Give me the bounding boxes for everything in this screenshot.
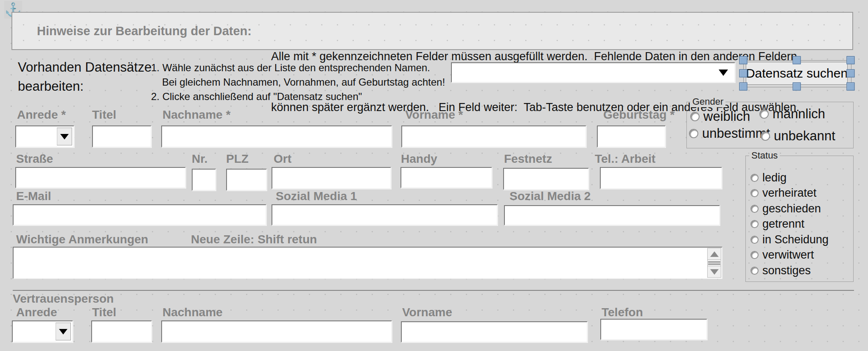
triangle-up-icon xyxy=(710,251,719,257)
selection-handle[interactable] xyxy=(847,70,855,78)
selection-handle[interactable] xyxy=(739,83,748,91)
titel-label: Titel xyxy=(92,109,116,122)
vp-nachname-input[interactable] xyxy=(161,320,392,343)
notes-scrollbar[interactable] xyxy=(707,248,721,278)
status-option-label[interactable]: getrennt xyxy=(762,217,804,231)
hints-box: Hinweise zur Bearbeitung der Daten: Alle… xyxy=(11,12,853,50)
radio-verwitwert[interactable] xyxy=(750,251,759,259)
triangle-down-icon xyxy=(710,269,719,275)
radio-in-scheidung[interactable] xyxy=(750,236,759,244)
plz-input[interactable] xyxy=(226,169,267,191)
sozial-media-2-label: Sozial Media 2 xyxy=(510,190,591,203)
handy-input[interactable] xyxy=(400,167,492,188)
gender-option-label[interactable]: männlich xyxy=(773,106,825,122)
vp-vorname-label: Vorname xyxy=(402,306,452,319)
geburtstag-input[interactable] xyxy=(597,125,666,148)
ort-label: Ort xyxy=(274,153,291,166)
scroll-thumb[interactable] xyxy=(707,260,721,266)
instruction-line-1: 1. Wähle zunächst aus der Liste den ents… xyxy=(151,61,445,75)
status-option-label[interactable]: verheiratet xyxy=(762,187,817,200)
instruction-line-2: Bei gleichem Nachnamen, Vornahmen, auf G… xyxy=(151,75,445,89)
geburtstag-label: Geburtstag * xyxy=(603,109,675,122)
anmerkungen-textarea-frame xyxy=(13,247,722,279)
email-input[interactable] xyxy=(13,204,266,226)
festnetz-input[interactable] xyxy=(503,168,589,190)
radio-unbestimmt[interactable] xyxy=(689,129,698,138)
vp-anrede-dropdown-button[interactable] xyxy=(56,323,71,340)
status-option-label[interactable]: ledig xyxy=(762,171,787,184)
radio-weiblich[interactable] xyxy=(690,112,700,121)
combobox-dropdown-button[interactable] xyxy=(715,63,732,82)
titel-input[interactable] xyxy=(92,125,151,148)
anrede-dropdown-button[interactable] xyxy=(57,128,72,145)
anrede-label: Anrede * xyxy=(17,109,66,122)
radio-geschieden[interactable] xyxy=(750,205,759,213)
anmerkungen-textarea[interactable] xyxy=(14,248,706,278)
gender-fieldset: Gender weiblich männlich unbestimmt unbe… xyxy=(686,102,854,148)
selection-handle[interactable] xyxy=(739,70,748,78)
email-label: E-Mail xyxy=(16,190,51,203)
name-search-input[interactable] xyxy=(452,63,734,82)
scroll-up-button[interactable] xyxy=(707,248,721,260)
nachname-label: Nachname * xyxy=(162,109,230,122)
plz-label: PLZ xyxy=(226,153,249,166)
sozial-media-2-input[interactable] xyxy=(504,205,720,226)
gender-option-label[interactable]: unbestimmt xyxy=(702,126,770,141)
status-option-label[interactable]: geschieden xyxy=(762,202,821,215)
nr-input[interactable] xyxy=(192,169,216,191)
section-divider xyxy=(13,290,854,291)
vp-telefon-input[interactable] xyxy=(600,319,707,340)
search-instructions: 1. Wähle zunächst aus der Liste den ents… xyxy=(151,61,445,104)
festnetz-label: Festnetz xyxy=(504,153,552,166)
sozial-media-1-label: Sozial Media 1 xyxy=(276,190,357,203)
vorname-label: Vorname * xyxy=(405,109,463,122)
vertrauensperson-section-label: Vertrauensperson xyxy=(13,292,114,306)
anmerkungen-hint: Neue Zeile: Shift retun xyxy=(191,233,317,246)
vp-anrede-label: Anrede xyxy=(16,306,57,319)
name-search-combobox[interactable] xyxy=(451,62,735,83)
vp-vorname-input[interactable] xyxy=(401,321,588,343)
chevron-down-icon xyxy=(719,70,728,76)
radio-getrennt[interactable] xyxy=(750,220,759,228)
anrede-select[interactable] xyxy=(15,125,74,148)
anmerkungen-label: Wichtige Anmerkungen xyxy=(16,233,148,246)
radio-verheiratet[interactable] xyxy=(750,189,759,197)
strasse-label: Straße xyxy=(16,153,53,166)
existing-records-label: Vorhanden Datensätze bearbeiten: xyxy=(18,58,151,96)
status-fieldset: Status ledig verheiratet geschieden getr… xyxy=(745,156,854,282)
vorname-input[interactable] xyxy=(401,125,586,148)
selection-handle[interactable] xyxy=(739,56,748,64)
hints-title: Hinweise zur Bearbeitung der Daten: xyxy=(37,13,252,49)
nr-label: Nr. xyxy=(192,153,207,166)
radio-unbekannt[interactable] xyxy=(761,131,770,141)
chevron-down-icon xyxy=(60,134,69,139)
gender-option-label[interactable]: weiblich xyxy=(703,109,750,124)
vp-titel-input[interactable] xyxy=(91,320,152,343)
tel-arbeit-input[interactable] xyxy=(600,167,722,189)
status-legend: Status xyxy=(749,150,780,161)
radio-ledig[interactable] xyxy=(750,174,759,182)
vp-anrede-select[interactable] xyxy=(12,320,73,343)
vp-titel-label: Titel xyxy=(92,306,116,319)
datensatz-suchen-button[interactable]: Datensatz suchen xyxy=(746,62,848,85)
scroll-down-button[interactable] xyxy=(707,266,721,278)
strasse-input[interactable] xyxy=(15,167,186,188)
radio-sonstiges[interactable] xyxy=(750,267,759,275)
status-option-label[interactable]: sonstiges xyxy=(762,264,811,277)
selection-handle[interactable] xyxy=(793,56,801,64)
chevron-down-icon xyxy=(59,329,67,334)
ort-input[interactable] xyxy=(272,167,391,189)
handy-label: Handy xyxy=(401,153,437,166)
selection-handle[interactable] xyxy=(793,83,801,91)
status-option-label[interactable]: verwitwert xyxy=(762,248,814,262)
vp-nachname-label: Nachname xyxy=(162,306,223,319)
instruction-line-3: 2. Clicke anschließend auf "Datensatz su… xyxy=(151,89,445,104)
gender-option-label[interactable]: unbekannt xyxy=(774,128,835,144)
radio-maennlich[interactable] xyxy=(759,109,769,119)
status-option-label[interactable]: in Scheidung xyxy=(762,233,829,246)
nachname-input[interactable] xyxy=(161,125,392,148)
tel-arbeit-label: Tel.: Arbeit xyxy=(595,153,655,166)
selection-handle[interactable] xyxy=(847,56,855,64)
selection-handle[interactable] xyxy=(847,83,855,91)
sozial-media-1-input[interactable] xyxy=(272,204,498,226)
